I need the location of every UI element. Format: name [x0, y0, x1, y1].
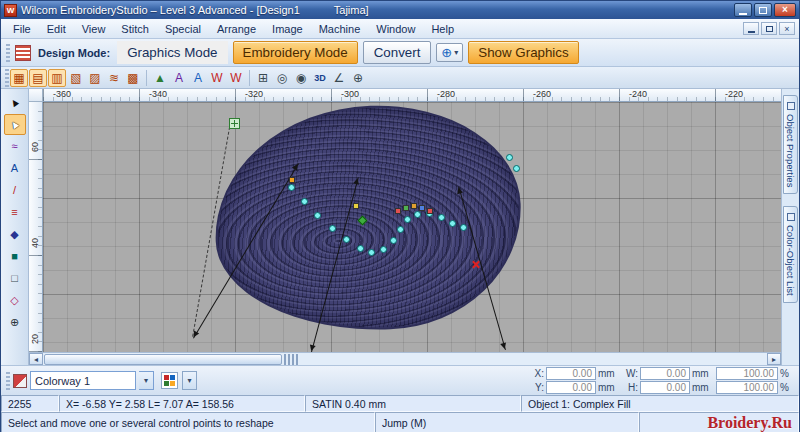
tab-object-properties[interactable]: Object Properties — [783, 95, 798, 194]
satin-tool[interactable]: ◆ — [4, 224, 26, 245]
maximize-button[interactable] — [754, 3, 772, 17]
reshape-node[interactable] — [343, 236, 350, 243]
menu-edit[interactable]: Edit — [39, 21, 74, 37]
monogram-icon[interactable]: A — [189, 69, 207, 87]
colorway-dropdown-arrow[interactable]: ▾ — [139, 371, 154, 390]
doc-close-button[interactable]: × — [779, 22, 795, 35]
colorway-palette-icon[interactable] — [161, 372, 178, 389]
outline-tool[interactable]: □ — [4, 268, 26, 289]
triple-run-tool[interactable]: ≡ — [4, 202, 26, 223]
tab-color-object-list[interactable]: Color-Object List — [783, 206, 798, 303]
pane-splitter[interactable] — [284, 354, 298, 365]
pattern-fill-icon[interactable]: ▩ — [124, 69, 142, 87]
menu-special[interactable]: Special — [157, 21, 209, 37]
scrollbar-thumb[interactable] — [44, 354, 282, 365]
doc-restore-button[interactable] — [761, 22, 777, 35]
hoop-toggle-icon[interactable]: ◎ — [273, 69, 291, 87]
fill-stitch-tatami-icon[interactable]: ▦ — [10, 69, 28, 87]
title-bar[interactable]: W Wilcom EmbroideryStudio – Level 3 Adva… — [1, 1, 799, 19]
fill-tool[interactable]: ■ — [4, 246, 26, 267]
applique-tool[interactable]: ◇ — [4, 290, 26, 311]
thread-colors-icon[interactable] — [13, 374, 27, 388]
control-point[interactable] — [419, 205, 425, 211]
reshape-node[interactable] — [288, 184, 295, 191]
fill-stitch-motif-icon[interactable]: ▥ — [48, 69, 66, 87]
fill-stitch-satin-icon[interactable]: ▤ — [29, 69, 47, 87]
menu-machine[interactable]: Machine — [311, 21, 369, 37]
warp-effect-icon[interactable]: W — [227, 69, 245, 87]
control-point[interactable] — [353, 203, 359, 209]
scroll-right-icon[interactable]: ▸ — [767, 353, 781, 365]
colorway-select[interactable]: Colorway 1 — [30, 371, 136, 390]
y-position-field[interactable]: 0.00 — [546, 381, 596, 394]
minimize-button[interactable] — [734, 3, 752, 17]
reshape-node[interactable] — [368, 249, 375, 256]
reshape-node[interactable] — [513, 165, 520, 172]
close-button[interactable]: × — [774, 3, 796, 17]
horizontal-scrollbar[interactable]: ◂ ▸ — [29, 352, 781, 365]
toolbar-grip[interactable] — [6, 44, 10, 62]
show-stitches-icon[interactable]: ◉ — [292, 69, 310, 87]
lettering-tool[interactable]: A — [4, 158, 26, 179]
run-tool[interactable]: / — [4, 180, 26, 201]
control-point[interactable] — [395, 208, 401, 214]
threed-view-icon[interactable]: 3D — [311, 69, 329, 87]
exit-point-marker[interactable] — [471, 260, 480, 269]
select-tool[interactable]: ▲ — [4, 92, 26, 113]
x-position-field[interactable]: 0.00 — [546, 367, 596, 380]
reshape-node[interactable] — [438, 214, 445, 221]
reshape-node[interactable] — [357, 245, 364, 252]
zoom-tool[interactable]: ⊕ — [4, 312, 26, 333]
reshape-node[interactable] — [301, 198, 308, 205]
menu-stitch[interactable]: Stitch — [113, 21, 157, 37]
fill-stitch-fancy-icon[interactable]: ▨ — [86, 69, 104, 87]
menu-file[interactable]: File — [5, 21, 39, 37]
machine-format-button[interactable]: ⊕ ▾ — [436, 43, 463, 62]
reshape-node[interactable] — [506, 154, 513, 161]
applique-icon[interactable]: ▲ — [151, 69, 169, 87]
convert-button[interactable]: Convert — [363, 41, 432, 64]
zoom-toggle-icon[interactable]: ⊕ — [349, 69, 367, 87]
stitch-edit-tool[interactable]: ≈ — [4, 136, 26, 157]
menu-window[interactable]: Window — [368, 21, 423, 37]
reshape-node[interactable] — [404, 216, 411, 223]
reshape-node[interactable] — [397, 226, 404, 233]
height-scale-field[interactable]: 100.00 — [716, 381, 778, 394]
design-canvas[interactable] — [43, 102, 781, 352]
angle-tool-icon[interactable]: ∠ — [330, 69, 348, 87]
reshape-node[interactable] — [329, 225, 336, 232]
reshape-tool[interactable]: ▲ — [4, 114, 26, 135]
fill-stitch-contour-icon[interactable]: ▧ — [67, 69, 85, 87]
height-field[interactable]: 0.00 — [640, 381, 690, 394]
palette-dropdown-arrow[interactable]: ▾ — [182, 371, 197, 390]
reshape-node[interactable] — [390, 237, 397, 244]
reshape-node[interactable] — [460, 224, 467, 231]
embroidery-mode-button[interactable]: Embroidery Mode — [233, 41, 358, 64]
start-point-marker[interactable] — [229, 118, 240, 129]
menu-arrange[interactable]: Arrange — [209, 21, 264, 37]
control-point[interactable] — [427, 208, 433, 214]
toolbar-grip[interactable] — [5, 69, 9, 87]
width-scale-field[interactable]: 100.00 — [716, 367, 778, 380]
control-point[interactable] — [289, 177, 295, 183]
toolbar-grip[interactable] — [6, 372, 10, 390]
menu-view[interactable]: View — [74, 21, 114, 37]
reshape-node[interactable] — [314, 212, 321, 219]
wave-effect-icon[interactable]: W — [208, 69, 226, 87]
embroidery-object[interactable] — [211, 102, 525, 335]
menu-image[interactable]: Image — [264, 21, 311, 37]
wave-fill-icon[interactable]: ≋ — [105, 69, 123, 87]
control-point[interactable] — [403, 205, 409, 211]
control-point[interactable] — [411, 203, 417, 209]
reshape-node[interactable] — [414, 211, 421, 218]
doc-minimize-button[interactable] — [743, 22, 759, 35]
lettering-icon[interactable]: A — [170, 69, 188, 87]
grid-toggle-icon[interactable]: ⊞ — [254, 69, 272, 87]
show-graphics-button[interactable]: Show Graphics — [468, 41, 578, 64]
scroll-left-icon[interactable]: ◂ — [29, 353, 43, 365]
reshape-node[interactable] — [380, 246, 387, 253]
reshape-node[interactable] — [449, 220, 456, 227]
graphics-mode-button[interactable]: Graphics Mode — [117, 41, 227, 64]
width-field[interactable]: 0.00 — [640, 367, 690, 380]
menu-help[interactable]: Help — [423, 21, 462, 37]
